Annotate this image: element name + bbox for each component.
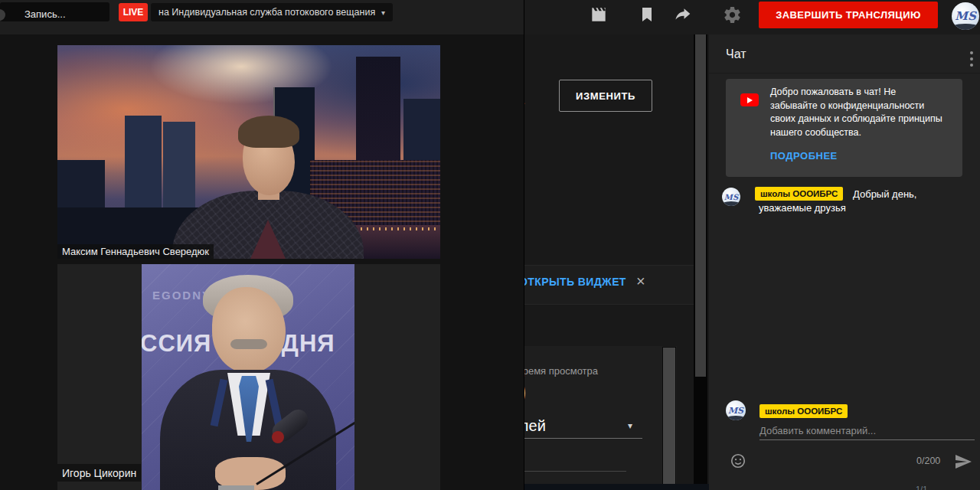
conference-photo: EGODNYA ССИЯ ГОДНЯ	[142, 264, 354, 490]
composer-avatar: MS	[726, 400, 746, 420]
comment-input[interactable]: Добавить комментарий...	[760, 425, 876, 436]
horizontal-scrollbar-thumb[interactable]	[218, 485, 254, 490]
speaker-face	[212, 287, 286, 373]
avatar-monogram: MS	[955, 9, 975, 23]
chat-message-text: уважаемые друзья	[759, 202, 846, 214]
participant-name-label: Максим Геннадьевич Свередюк	[57, 244, 214, 259]
author-badge: школы ОООИБРС	[755, 187, 843, 201]
page-scrollbar-thumb[interactable]	[695, 34, 706, 377]
comment-input-underline	[760, 439, 975, 440]
recording-label: Запись...	[24, 8, 66, 20]
welcome-line: своих данных и соблюдайте принципы	[770, 113, 959, 126]
watch-time-label: Время просмотра	[516, 365, 598, 377]
clipped-text-fragment: 1/1	[916, 485, 927, 490]
video-tile-2[interactable]: EGODNYA ССИЯ ГОДНЯ Игорь Цикорин	[57, 264, 440, 490]
chevron-down-icon[interactable]: ▾	[628, 420, 632, 431]
chat-menu-kebab-icon[interactable]	[970, 51, 973, 70]
card-scrollbar[interactable]	[662, 347, 676, 490]
char-counter: 0/200	[916, 456, 940, 466]
participant-hair	[238, 116, 299, 148]
clips-icon[interactable]	[589, 5, 609, 24]
speaker-mustache	[230, 339, 267, 349]
open-widget-link[interactable]: ОТКРЫТЬ ВИДЖЕТ	[519, 276, 626, 288]
recording-pill[interactable]: Запись...	[0, 2, 109, 21]
bookmark-icon[interactable]	[638, 5, 658, 24]
stream-destination-dropdown[interactable]: на Индивидуальная служба потокового веща…	[151, 3, 393, 21]
chevron-down-icon: ▾	[381, 8, 385, 17]
chat-header	[709, 34, 980, 74]
record-icon	[0, 9, 5, 21]
video-tile-1[interactable]: Максим Геннадьевич Свередюк	[57, 45, 440, 259]
account-avatar[interactable]: MS	[952, 2, 979, 30]
live-control-room: ЗАВЕРШИТЬ ТРАНСЛЯЦИЮ MS .. ИЗМЕНИТЬ ) ) …	[0, 0, 980, 490]
edit-button[interactable]: ИЗМЕНИТЬ	[559, 80, 652, 112]
welcome-line: забывайте о конфиденциальности	[770, 100, 959, 113]
send-icon[interactable]	[954, 452, 972, 474]
chat-message-text: Добрый день,	[853, 188, 916, 200]
composer-author-badge: школы ОООИБРС	[760, 404, 848, 418]
share-icon[interactable]	[673, 5, 693, 24]
welcome-line: нашего сообщества.	[770, 126, 959, 140]
stream-destination-label: на Индивидуальная служба потокового веща…	[158, 7, 375, 18]
youtube-play-icon	[740, 93, 759, 106]
live-badge: LIVE	[119, 3, 148, 21]
end-stream-button[interactable]: ЗАВЕРШИТЬ ТРАНСЛЯЦИЮ	[759, 2, 938, 28]
chat-message-avatar[interactable]: MS	[722, 188, 740, 206]
page-scrollbar[interactable]	[694, 34, 707, 490]
meeting-window-topbar: Запись... LIVE на Индивидуальная служба …	[0, 0, 524, 34]
meeting-window: Запись... LIVE на Индивидуальная служба …	[0, 0, 524, 490]
avatar-monogram: MS	[724, 193, 738, 201]
chat-title: Чат	[726, 47, 746, 61]
close-icon[interactable]: ×	[636, 273, 645, 289]
emoji-icon[interactable]	[730, 452, 746, 472]
participant-name-label: Игорь Цикорин	[57, 464, 141, 482]
settings-gear-icon[interactable]	[723, 5, 743, 25]
welcome-line: Добро пожаловать в чат! Не	[770, 86, 959, 100]
learn-more-link[interactable]: ПОДРОБНЕЕ	[770, 150, 838, 162]
backdrop-word: ССИЯ	[142, 330, 211, 358]
microphone-ring	[272, 431, 284, 443]
chat-welcome-text: Добро пожаловать в чат! Не забывайте о к…	[770, 86, 959, 139]
avatar-monogram: MS	[728, 406, 743, 416]
